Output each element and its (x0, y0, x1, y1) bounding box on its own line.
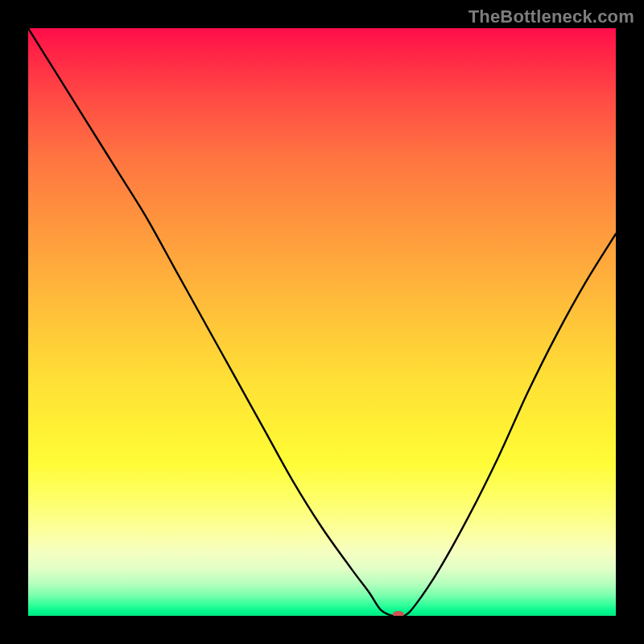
bottleneck-curve (28, 28, 616, 616)
curve-layer (28, 28, 616, 616)
chart-frame: TheBottleneck.com (0, 0, 644, 644)
minimum-marker (393, 611, 404, 616)
plot-area (28, 28, 616, 616)
watermark-label: TheBottleneck.com (469, 6, 634, 27)
